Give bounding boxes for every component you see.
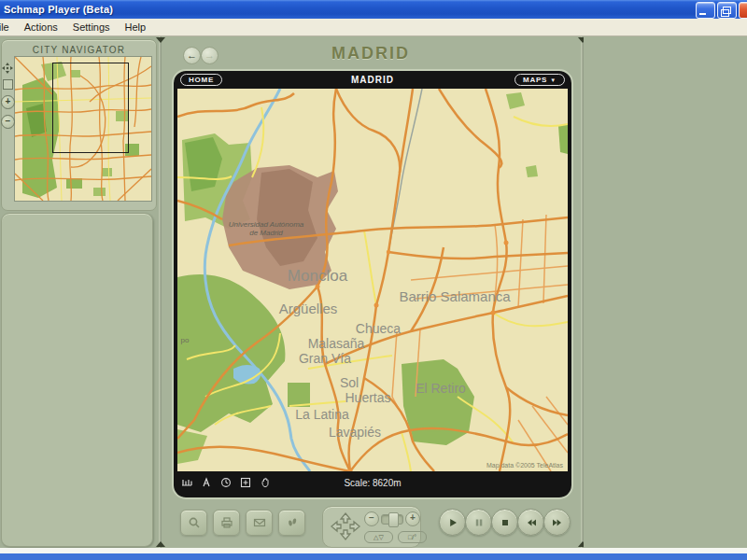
taskbar-edge <box>0 553 747 560</box>
map-viewer: HOME MADRID MAPS ▼ <box>174 71 571 497</box>
app-window: Schmap Player (Beta) File Actions Settin… <box>0 0 747 560</box>
viewer-topbar: HOME MADRID MAPS ▼ <box>174 71 571 89</box>
printer-icon <box>220 516 233 529</box>
pause-button[interactable] <box>465 509 492 536</box>
footprints-icon <box>286 516 299 529</box>
restore-button[interactable] <box>717 2 737 19</box>
zoom-slider-thumb[interactable] <box>388 512 399 527</box>
map-label: Universidad Autónoma <box>229 220 304 229</box>
left-splitter[interactable] <box>159 36 162 548</box>
window-controls <box>696 2 747 19</box>
navigator-controls: + − <box>1 63 14 134</box>
menu-file[interactable]: File <box>0 21 17 33</box>
menu-bar: File Actions Settings Help <box>0 19 747 36</box>
email-button[interactable] <box>246 510 273 536</box>
map-label: El Retiro <box>416 381 466 396</box>
map-label: Sol <box>340 375 359 390</box>
minimize-button[interactable] <box>696 2 715 19</box>
content-area: CITY NAVIGATOR <box>0 36 747 548</box>
map-label: Gran Vía <box>299 351 351 366</box>
maps-label: MAPS <box>523 76 547 84</box>
rewind-icon <box>526 517 537 528</box>
restore-icon <box>723 7 731 14</box>
map-copyright: Map data ©2005 TeleAtlas <box>486 462 563 469</box>
dpad[interactable] <box>329 511 362 542</box>
map-label: Moncloa <box>288 267 348 285</box>
pan-icon[interactable] <box>2 63 13 74</box>
menu-help[interactable]: Help <box>118 21 154 33</box>
map-label: Argüelles <box>279 301 338 316</box>
close-button[interactable] <box>739 2 747 19</box>
maps-button[interactable]: MAPS ▼ <box>514 74 565 86</box>
map-label: po <box>181 336 190 344</box>
zoom-in-button[interactable]: + <box>1 95 15 109</box>
map-label: La Latina <box>295 407 349 422</box>
minimap-viewport[interactable] <box>52 63 129 153</box>
zoom-out-button[interactable]: − <box>1 115 15 129</box>
viewer-title: MADRID <box>174 75 571 85</box>
titlebar: Schmap Player (Beta) <box>0 0 747 19</box>
navigator-checkbox[interactable] <box>3 79 13 90</box>
fast-forward-button[interactable] <box>543 509 571 536</box>
pan-down-icon <box>341 530 350 539</box>
stop-button[interactable] <box>491 509 518 536</box>
sidebar-lower-panel <box>1 213 153 547</box>
page-title: MADRID <box>162 44 579 63</box>
map-label: Malasaña <box>308 336 365 351</box>
map-label: de Madrid <box>249 229 283 237</box>
tilt-toggle-button[interactable]: △▽ <box>364 531 393 543</box>
pan-up-icon <box>341 513 350 523</box>
play-button[interactable] <box>439 509 466 536</box>
scale-text: Scale: 8620m <box>174 478 571 488</box>
map-label: Chueca <box>356 321 401 336</box>
pan-right-icon <box>350 522 359 531</box>
right-panel <box>584 36 747 548</box>
pan-left-icon <box>331 522 341 531</box>
minimap[interactable] <box>14 56 152 202</box>
map-label: Lavapiés <box>329 425 381 440</box>
print-button[interactable] <box>213 510 240 536</box>
chevron-down-icon: ▼ <box>550 77 557 83</box>
shape-toggle-button[interactable]: □/° <box>398 531 427 543</box>
window-title: Schmap Player (Beta) <box>0 4 113 15</box>
menu-actions[interactable]: Actions <box>17 21 65 33</box>
home-button[interactable]: HOME <box>180 74 222 86</box>
navigation-pad-panel: − + △▽ □/° <box>322 506 421 548</box>
zoom-in-button[interactable]: + <box>405 511 420 526</box>
search-button[interactable] <box>180 510 207 536</box>
zoom-slider[interactable] <box>381 514 403 525</box>
navigator-title: CITY NAVIGATOR <box>2 40 156 55</box>
sidebar: CITY NAVIGATOR <box>0 36 159 548</box>
stop-icon <box>500 517 511 528</box>
map-canvas[interactable]: Universidad Autónomade MadridMoncloaArgü… <box>177 89 568 471</box>
search-icon <box>188 516 201 529</box>
main-area: ← → MADRID HOME MADRID MAPS ▼ <box>162 36 581 548</box>
envelope-icon <box>253 516 266 529</box>
map-label: Huertas <box>345 390 390 405</box>
map-label: Barrio Salamanca <box>399 288 511 304</box>
playback-controls: − + △▽ □/° <box>162 506 581 548</box>
rewind-button[interactable] <box>517 509 544 536</box>
menu-settings[interactable]: Settings <box>65 21 118 33</box>
play-icon <box>447 517 458 528</box>
viewer-bottombar: Scale: 8620m <box>174 471 571 494</box>
map-image: Universidad Autónomade MadridMoncloaArgü… <box>177 89 568 471</box>
zoom-out-button[interactable]: − <box>364 511 379 526</box>
tour-button[interactable] <box>278 510 305 536</box>
fast-forward-icon <box>552 517 563 528</box>
minimize-icon <box>699 13 706 15</box>
pause-icon <box>473 517 485 528</box>
